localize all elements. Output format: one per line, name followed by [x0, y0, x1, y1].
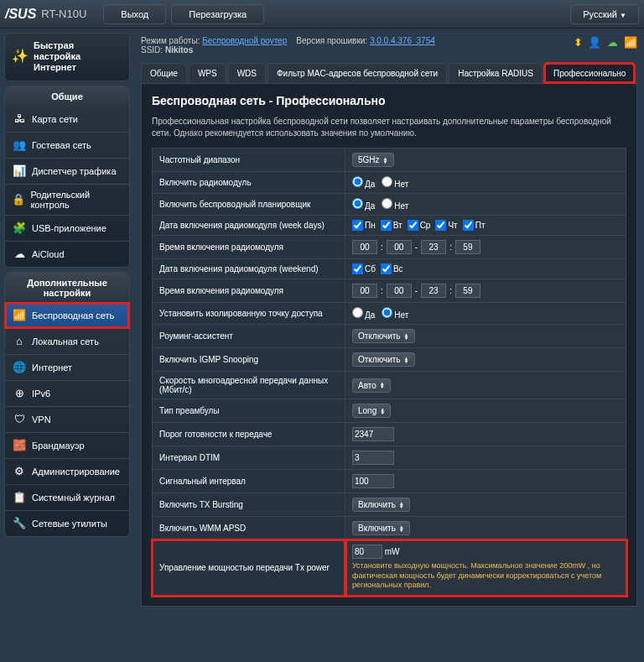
main-content: ⬍ 👤 ☁ 📶 Режим работы: Беспроводной роуте…: [134, 29, 644, 662]
weekend-Вс[interactable]: Вс: [381, 263, 403, 274]
iso-yes: [352, 307, 363, 318]
sidebar-adv-item-1[interactable]: ⌂Локальная сеть: [5, 328, 129, 354]
sidebar-item-2[interactable]: 📊Диспетчер трафика: [5, 158, 129, 184]
t2h2[interactable]: [421, 284, 446, 298]
sidebar-adv-item-0[interactable]: 📶Беспроводная сеть: [5, 303, 129, 328]
mcast-select[interactable]: Авто▲▼: [352, 378, 391, 393]
sidebar-general-header: Общие: [5, 86, 129, 107]
qis-button[interactable]: ✨ Быстрая настройка Интернет: [4, 33, 130, 81]
nav-icon: 📶: [12, 308, 27, 323]
t1m1[interactable]: [387, 240, 412, 254]
beacon-input[interactable]: [352, 474, 394, 488]
rts-input[interactable]: [352, 427, 394, 441]
txpower-warning: Установите выходную мощность. Максимальн…: [352, 561, 619, 591]
weekend-Сб[interactable]: Сб: [352, 263, 376, 274]
sidebar: ✨ Быстрая настройка Интернет Общие 🖧Карт…: [0, 29, 134, 662]
reboot-button[interactable]: Перезагрузка: [171, 4, 264, 24]
sidebar-item-0[interactable]: 🖧Карта сети: [5, 107, 129, 132]
nav-icon: 📋: [12, 490, 27, 505]
t2m2[interactable]: [455, 284, 480, 298]
t1m2[interactable]: [455, 240, 480, 254]
status-icons: ⬍ 👤 ☁ 📶: [570, 36, 637, 49]
t1h2[interactable]: [421, 240, 446, 254]
sidebar-adv-item-8[interactable]: 🔧Сетевые утилиты: [5, 510, 129, 536]
radio-no: [382, 176, 392, 187]
t1h1[interactable]: [352, 240, 377, 254]
roaming-select[interactable]: Отключить▲▼: [352, 329, 415, 343]
nav-icon: 👥: [12, 138, 27, 153]
qis-label: Быстрая настройка Интернет: [34, 40, 122, 74]
brand-logo: /SUS: [5, 7, 36, 22]
fw-link[interactable]: 3.0.0.4.376_3754: [370, 36, 435, 45]
nav-icon: 🔧: [12, 516, 27, 531]
sidebar-item-1[interactable]: 👥Гостевая сеть: [5, 132, 129, 158]
tab-0[interactable]: Общие: [141, 63, 187, 83]
nav-icon: 🛡: [12, 412, 27, 427]
nav-icon: ⚙: [12, 464, 27, 479]
sidebar-item-5[interactable]: ☁AiCloud: [5, 241, 129, 267]
sidebar-adv-item-4[interactable]: 🛡VPN: [5, 406, 129, 432]
t2m1[interactable]: [387, 284, 412, 298]
nav-icon: 🧱: [12, 438, 27, 453]
tabs: ОбщиеWPSWDSФильтр MAC-адресов беспроводн…: [141, 63, 637, 84]
sidebar-item-4[interactable]: 🧩USB-приложение: [5, 215, 129, 241]
sidebar-item-3[interactable]: 🔒Родительский контроль: [5, 184, 129, 215]
weekday-Ср[interactable]: Ср: [408, 220, 431, 231]
language-select[interactable]: Русский ▼: [570, 4, 639, 24]
txpower-input[interactable]: [352, 545, 382, 559]
txburst-select[interactable]: Включить▲▼: [352, 498, 410, 512]
dtim-input[interactable]: [352, 451, 394, 465]
nav-icon: 🔒: [12, 192, 25, 207]
sidebar-adv-item-5[interactable]: 🧱Брандмауэр: [5, 432, 129, 458]
weekday-Пт[interactable]: Пт: [463, 220, 486, 231]
info-bar: ⬍ 👤 ☁ 📶 Режим работы: Беспроводной роуте…: [141, 33, 637, 58]
t2h1[interactable]: [352, 284, 377, 298]
sched-no: [382, 198, 392, 209]
sidebar-adv-item-6[interactable]: ⚙Администрирование: [5, 458, 129, 484]
usb-icon: ⬍: [574, 36, 583, 49]
nav-icon: ☁: [12, 247, 27, 262]
ssid-value: Nikitos: [165, 45, 193, 55]
iso-no: [382, 307, 392, 318]
cloud-icon: ☁: [607, 36, 618, 49]
weekday-Чт[interactable]: Чт: [435, 220, 457, 231]
tab-2[interactable]: WDS: [228, 63, 266, 83]
model-label: RT-N10U: [41, 8, 86, 20]
tab-4[interactable]: Настройка RADIUS: [449, 63, 543, 83]
sidebar-adv-item-2[interactable]: 🌐Интернет: [5, 354, 129, 380]
nav-icon: 🌐: [12, 360, 27, 375]
header-bar: /SUS RT-N10U Выход Перезагрузка Русский …: [0, 0, 644, 29]
page-desc: Профессиональная настройка беспроводной …: [152, 116, 626, 139]
preamble-select[interactable]: Long▲▼: [352, 404, 391, 418]
mode-link[interactable]: Беспроводной роутер: [202, 36, 287, 45]
wifi-status-icon: 📶: [624, 36, 637, 49]
nav-icon: ⊕: [12, 386, 27, 401]
sched-yes: [352, 198, 363, 209]
weekday-Вт[interactable]: Вт: [381, 220, 402, 231]
sidebar-adv-item-3[interactable]: ⊕IPv6: [5, 380, 129, 406]
tab-3[interactable]: Фильтр MAC-адресов беспроводной сети: [267, 63, 447, 83]
weekday-Пн[interactable]: Пн: [352, 220, 376, 231]
nav-icon: ⌂: [12, 334, 27, 349]
tab-1[interactable]: WPS: [189, 63, 226, 83]
igmp-select[interactable]: Отключить▲▼: [352, 352, 415, 367]
page-title: Беспроводная сеть - Профессионально: [152, 94, 626, 107]
band-select[interactable]: 5GHz▲▼: [352, 153, 394, 167]
wmm-select[interactable]: Включить▲▼: [352, 521, 410, 535]
sidebar-advanced-header: Дополнительные настройки: [5, 273, 129, 303]
logout-button[interactable]: Выход: [103, 4, 166, 24]
settings-table: Частотный диапазон 5GHz▲▼ Включить радио…: [152, 148, 626, 596]
nav-icon: 🖧: [12, 112, 27, 127]
tab-5[interactable]: Профессионально: [544, 63, 635, 83]
radio-yes: [352, 176, 363, 187]
nav-icon: 📊: [12, 164, 27, 179]
wand-icon: ✨: [12, 48, 29, 66]
sidebar-adv-item-7[interactable]: 📋Системный журнал: [5, 484, 129, 510]
user-icon: 👤: [588, 36, 601, 49]
nav-icon: 🧩: [12, 221, 27, 236]
